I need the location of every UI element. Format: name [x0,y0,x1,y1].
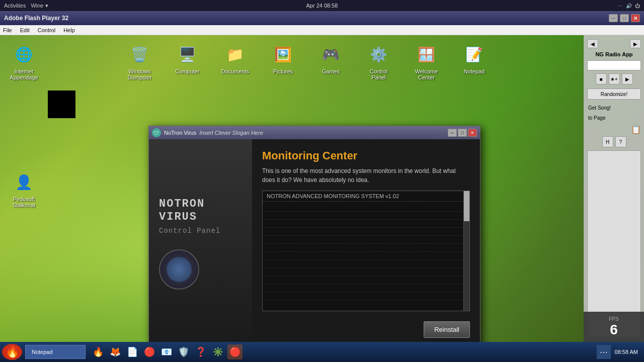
get-song-button[interactable]: Get Song! [587,103,641,113]
flash-minimize-button[interactable]: ─ [609,14,618,22]
desktop-icon-control-panel[interactable]: ⚙️ ControlPanel [360,40,397,82]
taskbar-app-help[interactable]: ❓ [193,344,208,359]
system-bar-right: ⋯ 🔊 ⏻ [618,3,640,9]
welcome-label: WelcomeCenter [415,68,438,80]
monitor-line [265,252,467,260]
radio-q-button[interactable]: ? [615,136,626,147]
monitoring-graph-area [263,202,469,302]
monitor-line [265,268,467,276]
taskbar-app-red[interactable]: 🔴 [142,344,157,359]
sys-icon-3: ⏻ [635,3,640,9]
monitor-line [265,292,467,300]
monitor-line [265,228,467,236]
desktop-icon-documents[interactable]: 📁 Documents [216,40,254,76]
notron-inner-circle [167,257,192,282]
fps-label: FPS [609,316,618,322]
system-datetime: Apr 24 08:58 [306,3,338,9]
monitor-line [265,276,467,284]
notron-body: NOTRON VIRUS Control Panel Monitoring Ce… [149,139,480,342]
desktop-icon-notepad[interactable]: 📝 Notepad [455,40,493,76]
radio-next-button[interactable]: ▶ [630,39,641,48]
taskbar-app-spark[interactable]: ✳️ [210,344,225,359]
notron-logo-line2: Control Panel [159,227,242,235]
monitor-line [265,260,467,268]
internet-label: InternetAppendage [10,68,38,80]
wine-menu[interactable]: Wine ▾ [31,3,48,9]
games-icon: 🎮 [319,42,343,66]
desktop-icon-welcome[interactable]: 🪟 WelcomeCenter [408,40,445,82]
sys-icon-1: ⋯ [618,3,623,9]
notepad-label: Notepad [464,68,485,74]
games-label: Games [322,68,340,74]
notron-left-panel: NOTRON VIRUS Control Panel [149,139,252,342]
notron-title: NoTron Virus [164,130,196,136]
fps-value: 6 [610,322,618,338]
menu-control[interactable]: Control [38,27,55,33]
taskbar: 🔥 Notepad 🔥 🦊 📄 🔴 📧 🛡️ ❓ ✳️ 🔴 ⋯ 08:58 AM [0,342,644,362]
notron-right-panel: Monitoring Center This is one of the mos… [252,139,480,342]
monitoring-scrollbar[interactable] [463,191,469,311]
taskbar-app-files[interactable]: 📄 [125,344,140,359]
to-page-button[interactable]: to Page [587,113,641,123]
taskbar-app-email[interactable]: 📧 [159,344,174,359]
system-bar: Activities Wine ▾ Apr 24 08:58 ⋯ 🔊 ⏻ [0,0,644,11]
start-icon: 🔥 [6,345,19,358]
menu-edit[interactable]: Edit [20,27,30,33]
radio-prev-button[interactable]: ◀ [587,39,598,48]
radio-icon-row: H ? [602,136,626,147]
welcome-icon: 🪟 [415,42,439,66]
menu-help[interactable]: Help [63,27,75,33]
left-desktop-icons: 🌐 InternetAppendage 👤 PedosoftStalkchat [5,40,43,210]
monitor-line [265,284,467,292]
documents-icon: 📁 [223,42,248,66]
radio-favorite-button[interactable]: ★+ [609,73,620,84]
taskbar-notepad-button[interactable]: Notepad [25,345,86,359]
taskbar-app-flash[interactable]: 🔴 [227,344,243,359]
control-panel-label: ControlPanel [370,68,387,80]
start-button[interactable]: 🔥 [2,344,22,360]
black-square [48,90,75,118]
notron-slogan: Insert Clever Slogan Here [199,130,263,136]
desktop: 🌐 InternetAppendage 👤 PedosoftStalkchat … [0,35,644,342]
notron-maximize-button[interactable]: □ [458,129,467,137]
monitor-line [265,220,467,228]
desktop-icon-pictures[interactable]: 🖼️ Pictures [264,40,302,76]
randomize-button[interactable]: Randomize! [587,88,641,100]
desktop-icon-pedosoft[interactable]: 👤 PedosoftStalkchat [5,168,43,210]
notron-minimize-button[interactable]: ─ [448,129,457,137]
taskbar-app-security[interactable]: 🛡️ [176,344,191,359]
reinstall-button[interactable]: Reinstall [424,321,470,338]
monitor-line [265,212,467,220]
control-panel-icon: ⚙️ [367,42,391,66]
notron-window: 🛡 NoTron Virus Insert Clever Slogan Here… [148,126,480,342]
taskbar-app-firefox[interactable]: 🔥 [91,344,106,359]
menu-file[interactable]: File [3,27,12,33]
radio-note-icon: 📋 [631,125,641,134]
activities-label[interactable]: Activities [4,3,26,9]
flash-titlebar-controls: ─ □ ✕ [609,14,640,22]
monitor-line [265,204,467,212]
dots-menu-button[interactable]: ⋯ [597,345,611,359]
taskbar-app-browser[interactable]: 🦊 [108,344,123,359]
radio-stop-button[interactable]: ■ [596,73,607,84]
sys-icon-2: 🔊 [626,3,632,9]
system-bar-left: Activities Wine ▾ [4,3,48,9]
desktop-icon-internet[interactable]: 🌐 InternetAppendage [5,40,43,82]
flash-close-button[interactable]: ✕ [631,14,640,22]
monitor-line [265,236,467,244]
monitoring-header: NOTRON ADVANCED MONITORING SYSTEM v1.02 [263,191,469,202]
flash-maximize-button[interactable]: □ [620,14,629,22]
desktop-icon-computer[interactable]: 🖥️ Computer [169,40,206,76]
taskbar-apps: 🔥 🦊 📄 🔴 📧 🛡️ ❓ ✳️ 🔴 [91,344,243,359]
dumpster-label: WindowsDumpster [128,68,152,80]
desktop-icon-dumpster[interactable]: 🗑️ WindowsDumpster [121,40,158,82]
desktop-icon-games[interactable]: 🎮 Games [312,40,350,76]
radio-h-button[interactable]: H [602,136,613,147]
radio-play-button[interactable]: ▶ [622,73,633,84]
radio-text-area [587,150,641,338]
notron-titlebar: 🛡 NoTron Virus Insert Clever Slogan Here… [149,126,480,139]
notron-close-button[interactable]: ✕ [468,129,477,137]
radio-search-input[interactable] [587,60,641,70]
scrollbar-thumb[interactable] [464,191,469,221]
monitoring-description: This is one of the most advanced system … [262,166,470,185]
